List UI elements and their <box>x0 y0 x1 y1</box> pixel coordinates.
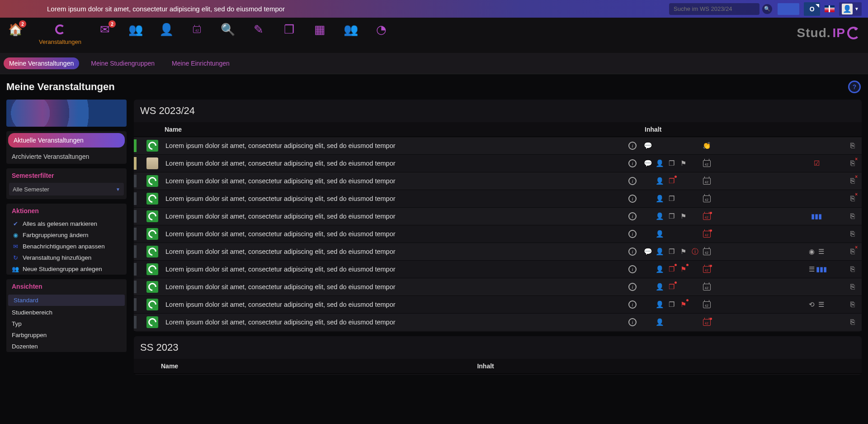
wiki-icon[interactable]: ⚑ <box>679 248 687 256</box>
goto-icon[interactable]: ⎘ <box>850 177 855 185</box>
info-icon[interactable]: i <box>628 300 637 309</box>
forum-icon[interactable]: 💬 <box>644 159 652 167</box>
tab-my-courses[interactable]: Meine Veranstaltungen <box>4 57 79 69</box>
nav-planner[interactable] <box>190 22 204 37</box>
view-typ[interactable]: Typ <box>6 318 127 329</box>
course-name[interactable]: Lorem ipsum dolor sit amet, consectetur … <box>162 137 625 155</box>
table-row[interactable]: Lorem ipsum dolor sit amet, consectetur … <box>134 155 862 172</box>
files-icon[interactable]: ❐ <box>667 283 675 291</box>
wiki-icon[interactable]: ⚑ <box>679 300 687 309</box>
course-name[interactable]: Lorem ipsum dolor sit amet, consectetur … <box>162 155 625 172</box>
action-new-studygroup[interactable]: 👥Neue Studiengruppe anlegen <box>6 263 127 275</box>
info-icon[interactable]: i <box>628 212 637 220</box>
info-icon[interactable]: i <box>628 177 637 185</box>
info-icon[interactable]: i <box>628 318 637 326</box>
info-icon[interactable]: i <box>628 283 637 291</box>
files-icon[interactable]: ❐ <box>667 195 675 203</box>
participants-icon[interactable]: 👤 <box>656 177 664 185</box>
course-name[interactable]: Lorem ipsum dolor sit amet, consectetur … <box>162 243 625 261</box>
table-row[interactable]: Lorem ipsum dolor sit amet, consectetur … <box>134 137 862 155</box>
schedule-icon[interactable] <box>703 284 711 291</box>
nav-contacts[interactable]: 👥 <box>344 22 358 37</box>
info-icon[interactable]: i <box>628 195 637 203</box>
nav-courses[interactable]: Veranstaltungen <box>39 22 81 45</box>
action-mark-read[interactable]: ✔Alles als gelesen markieren <box>6 218 127 229</box>
course-name[interactable]: Lorem ipsum dolor sit amet, consectetur … <box>162 314 625 331</box>
table-row[interactable]: Lorem ipsum dolor sit amet, consectetur … <box>134 296 862 314</box>
goto-icon[interactable]: ⎘ <box>850 318 855 326</box>
wiki-icon[interactable]: ⚑ <box>679 265 687 273</box>
goto-icon[interactable]: ⎘ <box>850 159 855 167</box>
help-button[interactable]: ? <box>848 81 861 93</box>
schedule-icon[interactable] <box>703 178 711 185</box>
info-new-icon[interactable]: ⓘ <box>691 248 699 256</box>
schedule-icon[interactable] <box>703 195 711 202</box>
goto-icon[interactable]: ⎘ <box>850 212 855 220</box>
participants-icon[interactable]: 👤 <box>656 212 664 220</box>
schedule-icon[interactable] <box>703 160 711 167</box>
vote-icon[interactable]: ☑ <box>812 159 821 167</box>
info-icon[interactable]: i <box>628 159 637 167</box>
table-row[interactable]: Lorem ipsum dolor sit amet, consectetur … <box>134 190 862 208</box>
view-standard[interactable]: Standard <box>8 295 125 306</box>
forum-icon[interactable]: 💬 <box>644 142 652 150</box>
notification-chip[interactable] <box>778 3 799 15</box>
course-name[interactable]: Lorem ipsum dolor sit amet, consectetur … <box>162 261 625 278</box>
action-notifications[interactable]: ✉Benachrichtigungen anpassen <box>6 241 127 252</box>
schedule-icon[interactable] <box>703 213 711 220</box>
schedule-icon[interactable] <box>703 319 711 326</box>
table-row[interactable]: Lorem ipsum dolor sit amet, consectetur … <box>134 225 862 243</box>
wiki-icon[interactable]: ⚑ <box>679 159 687 167</box>
language-flag[interactable] <box>825 5 835 12</box>
files-icon[interactable]: ❐ <box>667 159 675 167</box>
nav-search[interactable]: 🔍 <box>221 22 235 37</box>
course-name[interactable]: Lorem ipsum dolor sit amet, consectetur … <box>162 296 625 314</box>
table-row[interactable]: Lorem ipsum dolor sit amet, consectetur … <box>134 314 862 331</box>
nav-oer[interactable]: ❐ <box>282 22 297 37</box>
goto-icon[interactable]: ⎘ <box>850 283 855 291</box>
goto-icon[interactable]: ⎘ <box>850 265 855 273</box>
nav-activity[interactable]: ◔ <box>374 22 389 37</box>
participants-icon[interactable]: 👤 <box>656 300 664 309</box>
schedule-icon[interactable] <box>703 231 711 238</box>
tab-my-studygroups[interactable]: Meine Studiengruppen <box>85 57 160 69</box>
nav-profile[interactable]: 👤 <box>159 22 174 37</box>
sidebar-item-archived[interactable]: Archivierte Veranstaltungen <box>6 149 127 164</box>
info-icon[interactable]: i <box>628 265 637 273</box>
info-icon[interactable]: i <box>628 142 637 150</box>
participants-icon[interactable]: 👤 <box>656 195 664 203</box>
action-color-group[interactable]: ◉Farbgruppierung ändern <box>6 229 127 241</box>
info-icon[interactable]: i <box>628 230 637 238</box>
course-name[interactable]: Lorem ipsum dolor sit amet, consectetur … <box>162 208 625 225</box>
outlook-icon[interactable]: O <box>804 2 820 16</box>
list-icon[interactable]: ☰ <box>817 300 826 309</box>
sidebar-item-current[interactable]: Aktuelle Veranstaltungen <box>8 133 125 148</box>
nav-tools[interactable]: ✎ <box>251 22 266 37</box>
schedule-icon[interactable] <box>703 266 711 273</box>
nav-community[interactable]: 👥 <box>128 22 143 37</box>
table-row[interactable]: Lorem ipsum dolor sit amet, consectetur … <box>134 278 862 296</box>
files-icon[interactable]: ❐ <box>667 248 675 256</box>
view-dozenten[interactable]: Dozenten <box>6 341 127 352</box>
files-icon[interactable]: ❐ <box>667 300 675 309</box>
wiki-icon[interactable]: ⚑ <box>679 212 687 220</box>
goto-icon[interactable]: ⎘ <box>850 230 855 238</box>
course-name[interactable]: Lorem ipsum dolor sit amet, consectetur … <box>162 190 625 208</box>
stats-icon[interactable]: ▮▮▮ <box>817 265 826 273</box>
link-icon[interactable]: ⟲ <box>807 300 816 309</box>
participants-icon[interactable]: 👤 <box>656 265 664 273</box>
course-name[interactable]: Lorem ipsum dolor sit amet, consectetur … <box>162 172 625 190</box>
schedule-icon[interactable] <box>703 248 711 255</box>
record-icon[interactable]: ◉ <box>807 248 816 256</box>
files-icon[interactable]: ❐ <box>667 265 675 273</box>
schedule-icon[interactable] <box>703 301 711 308</box>
course-name[interactable]: Lorem ipsum dolor sit amet, consectetur … <box>162 225 625 243</box>
nav-home[interactable]: 🏠 2 <box>8 22 23 37</box>
announcement-icon[interactable]: 👏 <box>703 142 711 150</box>
goto-icon[interactable]: ⎘ <box>850 142 855 149</box>
table-row[interactable]: Lorem ipsum dolor sit amet, consectetur … <box>134 172 862 190</box>
search-button[interactable]: 🔍 <box>762 4 772 14</box>
nav-blackboard[interactable]: ▦ <box>313 22 327 37</box>
list-icon[interactable]: ☰ <box>817 248 826 256</box>
stats-icon[interactable]: ▮▮▮ <box>812 212 821 220</box>
